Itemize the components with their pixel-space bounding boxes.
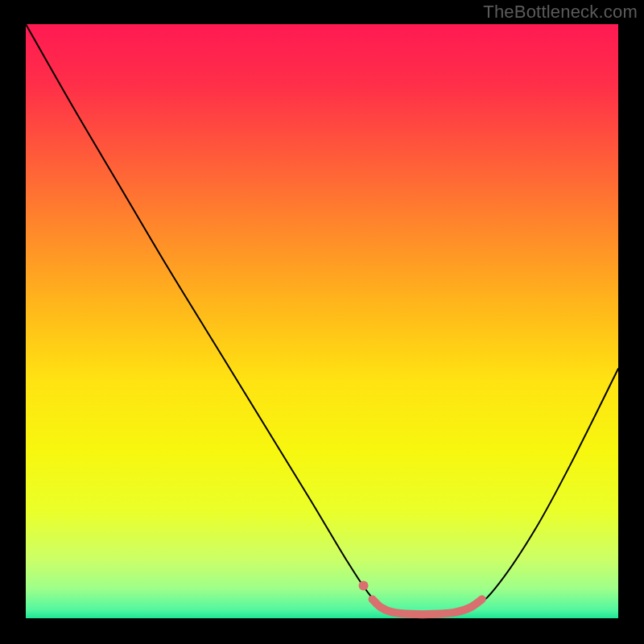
watermark-text: TheBottleneck.com bbox=[483, 2, 638, 23]
chart-container: TheBottleneck.com bbox=[0, 0, 644, 644]
bottleneck-chart bbox=[0, 0, 644, 644]
optimal-dot bbox=[359, 580, 369, 590]
gradient-background bbox=[26, 24, 618, 618]
